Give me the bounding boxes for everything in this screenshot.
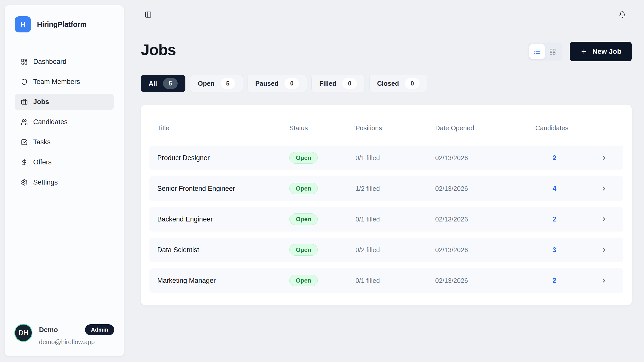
users-icon — [21, 119, 28, 125]
filter-tab-label: Filled — [319, 80, 336, 87]
sidebar-toggle-button[interactable] — [145, 11, 152, 18]
filter-tab-all[interactable]: All5 — [141, 75, 185, 92]
sidebar-item-label: Candidates — [33, 118, 68, 126]
sidebar-item-tasks[interactable]: Tasks — [15, 134, 114, 150]
row-chevron[interactable] — [574, 247, 623, 253]
table-row-data-scientist[interactable]: Data ScientistOpen0/2 filled02/13/20263 — [149, 238, 623, 262]
status-cell: Open — [289, 244, 355, 256]
candidates-count[interactable]: 2 — [535, 154, 574, 162]
status-cell: Open — [289, 275, 355, 286]
table-row-backend-engineer[interactable]: Backend EngineerOpen0/1 filled02/13/2026… — [149, 207, 623, 232]
avatar[interactable]: DH — [14, 324, 32, 342]
sidebar-item-label: Team Members — [33, 78, 80, 86]
status-cell: Open — [289, 183, 355, 194]
table-row-product-designer[interactable]: Product DesignerOpen0/1 filled02/13/2026… — [149, 146, 623, 170]
job-title: Product Designer — [149, 154, 289, 162]
app-window: H HiringPlatform DashboardTeam MembersJo… — [0, 0, 644, 362]
sidebar-item-label: Settings — [33, 178, 58, 186]
table-row-marketing-manager[interactable]: Marketing ManagerOpen0/1 filled02/13/202… — [149, 268, 623, 293]
column-header-candidates: Candidates — [535, 124, 574, 132]
brand-logo: H — [15, 16, 31, 32]
status-badge: Open — [289, 275, 318, 286]
brand-name: HiringPlatform — [37, 20, 87, 29]
sidebar-item-settings[interactable]: Settings — [15, 174, 114, 190]
bell-icon — [619, 11, 626, 18]
column-header-status: Status — [289, 124, 355, 132]
status-filter-tabs: All5Open5Paused0Filled0Closed0 — [141, 75, 632, 92]
sidebar-item-team-members[interactable]: Team Members — [15, 74, 114, 90]
grid-view-button[interactable] — [545, 44, 560, 59]
chevron-right-icon — [601, 247, 607, 253]
sidebar-item-offers[interactable]: Offers — [15, 154, 114, 170]
status-cell: Open — [289, 152, 355, 164]
role-badge: Admin — [85, 324, 114, 335]
brand: H HiringPlatform — [15, 16, 114, 32]
sidebar-item-jobs[interactable]: Jobs — [15, 94, 114, 110]
date-opened: 02/13/2026 — [435, 154, 535, 162]
tasks-icon — [21, 139, 28, 146]
view-toggle — [528, 42, 562, 61]
filter-tab-label: Open — [198, 80, 214, 87]
chevron-right-icon — [601, 216, 607, 222]
filter-tab-count: 5 — [163, 78, 178, 89]
positions-filled: 0/1 filled — [355, 277, 435, 285]
status-badge: Open — [289, 152, 318, 164]
page-content: Jobs New Job All5 — [124, 29, 644, 305]
status-badge: Open — [289, 183, 318, 194]
topbar — [124, 0, 644, 29]
candidates-count[interactable]: 4 — [535, 185, 574, 193]
table-row-senior-frontend-engineer[interactable]: Senior Frontend EngineerOpen1/2 filled02… — [149, 176, 623, 201]
filter-tab-paused[interactable]: Paused0 — [248, 75, 307, 92]
user-info: Demo Admin demo@hireflow.app — [39, 324, 114, 346]
candidates-count[interactable]: 2 — [535, 277, 574, 285]
shield-icon — [21, 78, 28, 85]
row-chevron[interactable] — [574, 185, 623, 192]
sidebar-item-candidates[interactable]: Candidates — [15, 114, 114, 130]
filter-tab-label: All — [149, 80, 157, 87]
list-view-button[interactable] — [529, 44, 545, 59]
filter-tab-count: 5 — [221, 78, 235, 89]
candidates-count[interactable]: 2 — [535, 215, 574, 223]
row-chevron[interactable] — [574, 155, 623, 161]
candidates-count[interactable]: 3 — [535, 246, 574, 254]
chevron-right-icon — [601, 155, 607, 161]
list-icon — [534, 48, 540, 55]
filter-tab-count: 0 — [342, 78, 357, 89]
job-title: Senior Frontend Engineer — [149, 185, 289, 193]
positions-filled: 1/2 filled — [355, 185, 435, 193]
dashboard-icon — [21, 58, 28, 65]
status-badge: Open — [289, 244, 318, 256]
sidebar-item-dashboard[interactable]: Dashboard — [15, 54, 114, 70]
date-opened: 02/13/2026 — [435, 215, 535, 223]
date-opened: 02/13/2026 — [435, 246, 535, 254]
filter-tab-count: 0 — [405, 78, 420, 89]
row-chevron[interactable] — [574, 277, 623, 284]
briefcase-icon — [21, 99, 28, 105]
user-block[interactable]: DH Demo Admin demo@hireflow.app — [14, 324, 114, 346]
filter-tab-label: Paused — [255, 80, 279, 87]
grid-icon — [549, 48, 556, 55]
user-name: Demo — [39, 326, 58, 334]
filter-tab-label: Closed — [377, 80, 399, 87]
filter-tab-closed[interactable]: Closed0 — [369, 75, 427, 92]
sidebar-item-label: Offers — [33, 158, 52, 166]
sidebar-item-label: Dashboard — [33, 58, 66, 66]
sidebar-nav: DashboardTeam MembersJobsCandidatesTasks… — [15, 54, 114, 190]
header-actions: New Job — [528, 41, 632, 61]
column-header-date: Date Opened — [435, 124, 535, 132]
positions-filled: 0/1 filled — [355, 154, 435, 162]
date-opened: 02/13/2026 — [435, 185, 535, 193]
new-job-button[interactable]: New Job — [570, 42, 632, 61]
date-opened: 02/13/2026 — [435, 277, 535, 285]
filter-tab-filled[interactable]: Filled0 — [311, 75, 365, 92]
filter-tab-open[interactable]: Open5 — [190, 75, 243, 92]
positions-filled: 0/2 filled — [355, 246, 435, 254]
notifications-button[interactable] — [619, 11, 626, 18]
column-header-positions: Positions — [355, 124, 435, 132]
chevron-right-icon — [601, 277, 607, 284]
chevron-right-icon — [601, 185, 607, 192]
job-title: Data Scientist — [149, 246, 289, 254]
sidebar-item-label: Jobs — [33, 98, 49, 106]
jobs-table: Title Status Positions Date Opened Candi… — [141, 105, 632, 305]
row-chevron[interactable] — [574, 216, 623, 222]
